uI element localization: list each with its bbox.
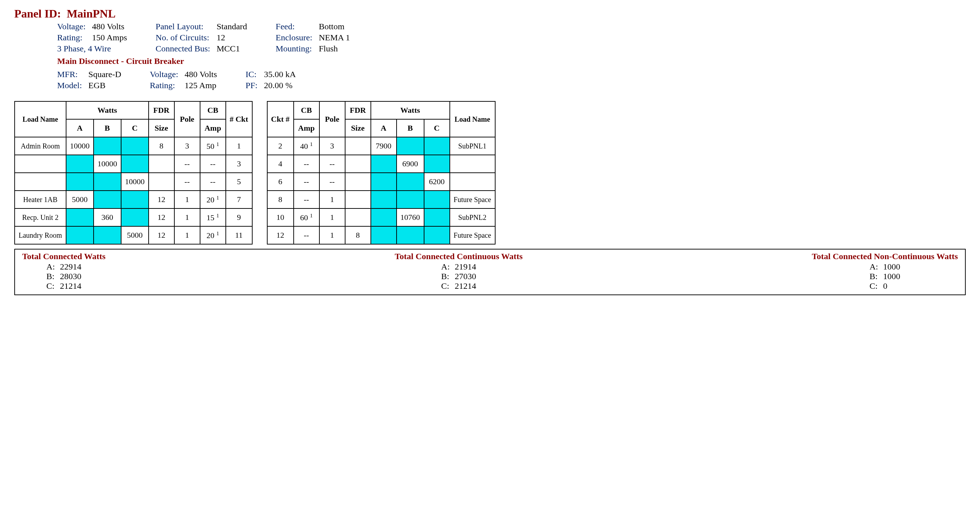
- disc-rating-label: Rating:: [150, 81, 178, 90]
- cb-amp-cell: 20 1: [200, 226, 226, 244]
- fdr-cell: [345, 155, 371, 173]
- load-name-cell: Future Space: [450, 190, 495, 208]
- feed-label: Feed:: [276, 22, 313, 32]
- th-fdr-r: FDR: [345, 102, 371, 119]
- th-size: Size: [149, 119, 174, 137]
- voltage-value: 480 Volts: [92, 22, 127, 32]
- cb-amp-cell: --: [294, 173, 320, 190]
- layout-label: Panel Layout:: [156, 22, 210, 32]
- th-pole-r: Pole: [320, 102, 345, 137]
- th-load-name-r: Load Name: [450, 102, 495, 137]
- fdr-cell: [345, 137, 371, 155]
- table-row: 6----6200: [267, 173, 495, 190]
- watts-cell: 6200: [424, 173, 450, 190]
- fdr-cell: 8: [149, 137, 174, 155]
- header-row-2: MFR: Square-D Model: EGB Voltage: 480 Vo…: [57, 70, 966, 90]
- totals-b-label: B:: [870, 271, 878, 281]
- pole-cell: 3: [320, 137, 345, 155]
- ic-label: IC:: [245, 70, 257, 79]
- phase-wire: 3 Phase, 4 Wire: [57, 44, 127, 54]
- ckt-cell: 11: [226, 226, 252, 244]
- totals-noncontinuous-a: 1000: [883, 262, 900, 271]
- watts-cell: [94, 137, 121, 155]
- mounting-label: Mounting:: [276, 44, 313, 54]
- watts-cell: [396, 190, 424, 208]
- pole-cell: --: [320, 173, 345, 190]
- pole-cell: 1: [174, 190, 200, 208]
- cb-amp-cell: 20 1: [200, 190, 226, 208]
- pole-cell: 1: [174, 226, 200, 244]
- watts-cell: [121, 208, 149, 226]
- totals-connected-b: 28030: [60, 271, 81, 281]
- watts-cell: [121, 155, 149, 173]
- totals-continuous-b: 27030: [455, 271, 476, 281]
- table-row: 8--1Future Space: [267, 190, 495, 208]
- watts-cell: [94, 173, 121, 190]
- table-row: Heater 1AB500012120 17: [15, 190, 252, 208]
- watts-cell: [66, 155, 94, 173]
- totals-a-label: A:: [441, 262, 450, 271]
- layout-value: Standard: [216, 22, 247, 32]
- enclosure-value: NEMA 1: [319, 33, 350, 43]
- watts-cell: [396, 137, 424, 155]
- pf-value: 20.00 %: [264, 81, 296, 90]
- totals-continuous-a: 21914: [455, 262, 476, 271]
- table-row: 12--18Future Space: [267, 226, 495, 244]
- watts-cell: [371, 190, 396, 208]
- watts-cell: [94, 226, 121, 244]
- ic-value: 35.00 kA: [264, 70, 296, 79]
- totals-box: Total Connected Watts A:22914 B:28030 C:…: [14, 249, 966, 295]
- th-cb: CB: [200, 102, 226, 119]
- watts-cell: 10000: [121, 173, 149, 190]
- ckt-cell: 8: [267, 190, 294, 208]
- rating-label: Rating:: [57, 33, 86, 43]
- cb-amp-cell: --: [294, 155, 320, 173]
- watts-cell: [424, 208, 450, 226]
- load-name-cell: Heater 1AB: [15, 190, 66, 208]
- totals-connected-a: 22914: [60, 262, 81, 271]
- panel-id-label: Panel ID:: [14, 7, 61, 20]
- circuits-value: 12: [216, 33, 247, 43]
- pole-cell: --: [174, 155, 200, 173]
- mfr-value: Square-D: [88, 70, 121, 79]
- th-fdr: FDR: [149, 102, 174, 119]
- pole-cell: 1: [320, 190, 345, 208]
- th-cb-r: CB: [294, 102, 320, 119]
- watts-cell: 10760: [396, 208, 424, 226]
- totals-connected-c: 21214: [60, 281, 81, 291]
- watts-cell: [371, 155, 396, 173]
- pole-cell: 1: [174, 208, 200, 226]
- table-row: 4----6900: [267, 155, 495, 173]
- th-amp-r: Amp: [294, 119, 320, 137]
- th-c-r: C: [424, 119, 450, 137]
- watts-cell: 360: [94, 208, 121, 226]
- cb-amp-cell: --: [294, 226, 320, 244]
- fdr-cell: [149, 173, 174, 190]
- pf-label: PF:: [245, 81, 257, 90]
- watts-cell: 5000: [66, 190, 94, 208]
- watts-cell: [396, 226, 424, 244]
- fdr-cell: [345, 190, 371, 208]
- load-name-cell: [15, 173, 66, 190]
- table-row: 10000----3: [15, 155, 252, 173]
- load-name-cell: SubPNL2: [450, 208, 495, 226]
- watts-cell: [371, 226, 396, 244]
- cb-amp-cell: --: [294, 190, 320, 208]
- totals-continuous-title: Total Connected Continuous Watts: [395, 252, 523, 261]
- right-panel-table: Ckt # CB Pole FDR Watts Load Name Amp Si…: [267, 101, 496, 244]
- mounting-value: Flush: [319, 44, 350, 54]
- mfr-label: MFR:: [57, 70, 82, 79]
- th-ckt: # Ckt: [226, 102, 252, 137]
- bus-label: Connected Bus:: [156, 44, 210, 54]
- th-c: C: [121, 119, 149, 137]
- th-cktnum: Ckt #: [267, 102, 294, 137]
- header-row-1: Voltage: 480 Volts Rating: 150 Amps 3 Ph…: [57, 22, 966, 54]
- watts-cell: [424, 190, 450, 208]
- th-b: B: [94, 119, 121, 137]
- fdr-cell: [345, 208, 371, 226]
- th-watts: Watts: [66, 102, 149, 119]
- th-b-r: B: [396, 119, 424, 137]
- pole-cell: --: [174, 173, 200, 190]
- totals-a-label: A:: [46, 262, 55, 271]
- th-amp: Amp: [200, 119, 226, 137]
